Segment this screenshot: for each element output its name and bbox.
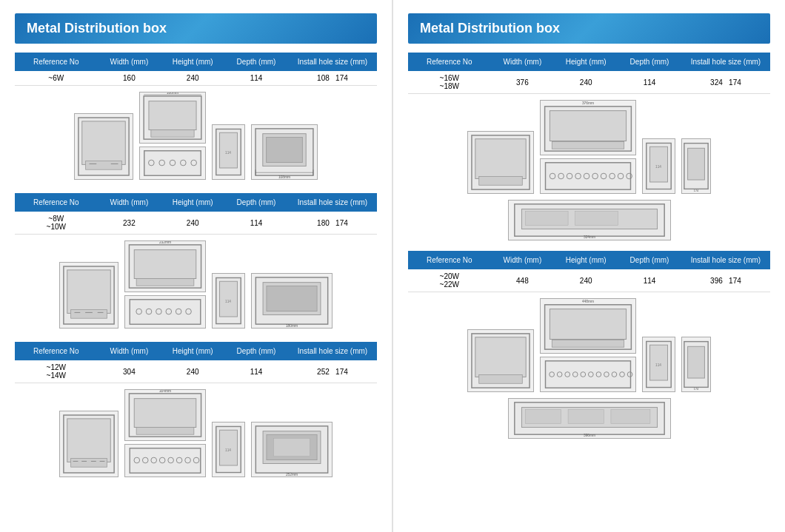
svg-rect-83 [552, 141, 624, 149]
left-title: Metal Distribution box [15, 13, 377, 44]
table-header-20w: Reference No Width (mm) Height (mm) Dept… [408, 251, 770, 269]
left-page: Metal Distribution box Reference No Widt… [0, 0, 392, 532]
draw-front-16w [467, 131, 534, 194]
drawings-16w: 376mm [408, 94, 770, 197]
svg-rect-135 [568, 409, 604, 423]
svg-rect-36 [130, 300, 201, 324]
draw-bottom-12w [124, 444, 206, 477]
draw-install-16w: 174 [681, 138, 711, 194]
svg-rect-33 [134, 250, 196, 279]
table-header-12w: Reference No Width (mm) Height (mm) Dept… [15, 342, 377, 360]
svg-rect-51 [67, 419, 111, 462]
svg-rect-109 [479, 375, 523, 384]
svg-rect-134 [525, 409, 561, 423]
draw-side-6w: 114 [212, 124, 245, 180]
draw-install-20w: 174 [681, 337, 711, 392]
draw-front-20w [467, 329, 534, 392]
table-header-8w: Reference No Width (mm) Height (mm) Dept… [15, 193, 377, 212]
draw-top-8w: 232mm [124, 240, 206, 292]
table-row-20w: ~20W~22W 448 240 114 396 174 [408, 269, 770, 292]
extra-draw-20w: 396mm [408, 395, 770, 439]
svg-text:114: 114 [225, 448, 231, 452]
svg-text:114: 114 [225, 300, 231, 303]
svg-rect-111 [550, 309, 626, 340]
depth-20w: 114 [618, 272, 681, 289]
col-height-12w: Height (mm) [161, 346, 224, 357]
svg-rect-28 [71, 310, 107, 319]
height-12w: 240 [161, 363, 224, 380]
col-width-8w: Width (mm) [98, 197, 161, 208]
draw-group-top-6w: 160mm [139, 92, 206, 180]
table-row-12w: ~12W~14W 304 240 114 252 174 [15, 360, 377, 383]
draw-front-6w [74, 113, 133, 180]
draw-extra-bottom-20w: 396mm [508, 398, 671, 439]
svg-text:114: 114 [655, 165, 661, 169]
col-ref-16w: Reference No [408, 56, 491, 67]
extra-draw-16w: 324mm [408, 197, 770, 240]
table-row-6w: ~6W 160 240 114 108 174 [15, 71, 377, 86]
drawings-20w: 448mm [408, 292, 770, 395]
svg-rect-82 [550, 111, 626, 141]
svg-text:396mm: 396mm [584, 434, 595, 437]
draw-top-16w: 376mm [540, 100, 636, 155]
svg-text:114: 114 [225, 151, 231, 155]
draw-group-top-12w: 304mm [124, 389, 206, 477]
draw-bottom-6w [139, 147, 206, 180]
svg-rect-136 [610, 409, 649, 423]
section-8w: Reference No Width (mm) Height (mm) Dept… [15, 193, 377, 331]
col-install-12w: Install hole size (mm) [288, 346, 377, 357]
draw-top-6w: 160mm [139, 92, 206, 144]
ref-20w: ~20W~22W [408, 272, 491, 289]
svg-rect-80 [479, 177, 523, 186]
svg-rect-27 [67, 270, 111, 314]
svg-rect-1 [82, 121, 126, 165]
draw-group-front-20w [467, 329, 534, 392]
height-8w: 240 [161, 215, 224, 231]
svg-rect-112 [552, 340, 624, 347]
svg-text:160mm: 160mm [167, 92, 178, 95]
table-row-16w: ~16W~18W 376 240 114 324 174 [408, 71, 770, 94]
col-ref-20w: Reference No [408, 255, 491, 266]
col-ref: Reference No [15, 56, 98, 67]
install-20w: 396 174 [681, 272, 770, 289]
svg-text:114: 114 [655, 363, 661, 367]
draw-install-12w: 252mm [251, 422, 333, 477]
col-install-8w: Install hole size (mm) [288, 197, 377, 208]
svg-rect-130 [688, 346, 705, 378]
draw-group-front-8w [59, 262, 118, 329]
svg-rect-58 [134, 399, 196, 428]
depth-6w: 114 [224, 74, 288, 82]
col-width: Width (mm) [98, 56, 161, 67]
draw-group-front-6w [74, 113, 133, 180]
width-20w: 448 [491, 272, 555, 289]
col-depth-16w: Depth (mm) [618, 56, 681, 67]
draw-side-16w: 114 [642, 138, 675, 194]
svg-text:232mm: 232mm [159, 241, 171, 244]
col-depth-20w: Depth (mm) [618, 255, 681, 266]
table-header-6w: Reference No Width (mm) Height (mm) Dept… [15, 53, 377, 71]
svg-rect-76 [274, 438, 310, 456]
depth-12w: 114 [224, 363, 288, 380]
section-12w: Reference No Width (mm) Height (mm) Dept… [15, 342, 377, 480]
section-20w: Reference No Width (mm) Height (mm) Dept… [408, 251, 770, 439]
svg-rect-34 [136, 279, 194, 286]
svg-text:180mm: 180mm [286, 324, 298, 328]
col-install-20w: Install hole size (mm) [681, 255, 770, 266]
col-depth-12w: Depth (mm) [224, 346, 288, 357]
col-install-16w: Install hole size (mm) [681, 56, 770, 67]
col-width-20w: Width (mm) [491, 255, 555, 266]
draw-side-8w: 114 [212, 273, 245, 329]
svg-text:376mm: 376mm [582, 101, 594, 105]
svg-text:304mm: 304mm [159, 390, 171, 393]
ref-16w: ~16W~18W [408, 74, 491, 90]
draw-extra-bottom-16w: 324mm [508, 200, 671, 240]
svg-rect-105 [575, 211, 618, 225]
svg-text:174: 174 [694, 189, 698, 192]
col-ref-12w: Reference No [15, 346, 98, 357]
draw-bottom-16w [540, 158, 636, 194]
svg-text:108mm: 108mm [278, 175, 290, 179]
draw-bottom-8w [124, 295, 206, 329]
install-6w: 108 174 [288, 74, 377, 82]
height-16w: 240 [554, 74, 618, 90]
col-depth-8w: Depth (mm) [224, 197, 288, 208]
